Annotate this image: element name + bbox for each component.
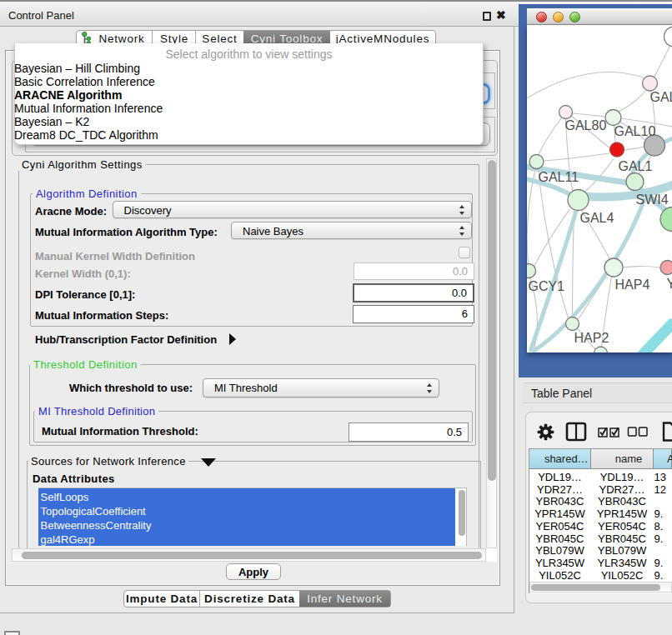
svg-text:SWI4: SWI4 <box>636 192 669 207</box>
svg-text:GAL4: GAL4 <box>580 211 614 225</box>
svg-text:GAL: GAL <box>650 90 672 104</box>
svg-text:GAL11: GAL11 <box>539 170 579 184</box>
svg-text:HAP2: HAP2 <box>574 331 609 345</box>
svg-text:GAL10: GAL10 <box>614 124 656 138</box>
svg-text:GCY1: GCY1 <box>529 279 565 293</box>
svg-text:GAL80: GAL80 <box>565 118 607 132</box>
svg-text:Y: Y <box>667 277 672 291</box>
svg-text:GAL1: GAL1 <box>619 159 653 173</box>
svg-text:HAP4: HAP4 <box>615 278 650 292</box>
